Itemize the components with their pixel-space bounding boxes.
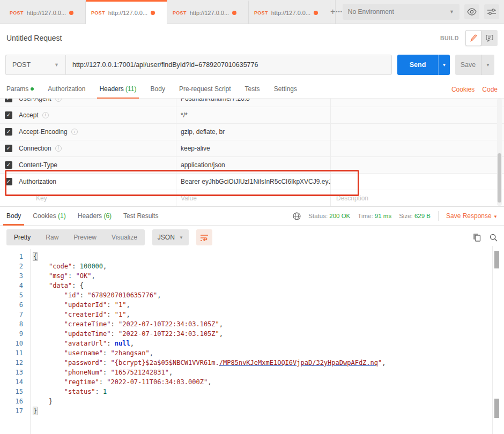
code-line: "createrId": "1", (33, 310, 386, 319)
comment-icon (486, 34, 493, 42)
response-tab-cookies[interactable]: Cookies (1) (33, 212, 65, 220)
header-checkbox[interactable]: ✓ (5, 161, 12, 169)
tab-method-label: POST (91, 10, 105, 16)
comment-mode-button[interactable] (481, 30, 498, 46)
header-value-cell[interactable]: PostmanRuntime/7.26.8 (176, 99, 331, 107)
code-link[interactable]: Code (482, 86, 498, 93)
view-mode-preview[interactable]: Preview (66, 229, 104, 245)
json-token: "2022-07-10T22:34:03.105Z" (118, 320, 219, 328)
view-mode-visualize[interactable]: Visualize (104, 229, 145, 245)
tab-url-label: http://127.0.0... (27, 10, 66, 16)
json-token: : (103, 359, 110, 366)
header-value-cell[interactable]: Bearer eyJhbGciOiJIUzI1NiIsInR5cCI6IkpXV… (176, 174, 331, 190)
json-token: , (103, 263, 107, 270)
editor-scrollbar-thumb[interactable] (494, 251, 499, 268)
method-label: POST (12, 61, 31, 69)
tab-tests[interactable]: Tests (245, 85, 260, 94)
response-tab-headers[interactable]: Headers (6) (78, 212, 112, 220)
header-key-cell[interactable]: Accepti (17, 107, 176, 123)
search-icon[interactable] (490, 234, 498, 242)
line-number: 7 (0, 310, 30, 319)
edit-mode-button[interactable] (465, 30, 481, 46)
environment-settings-button[interactable] (484, 4, 499, 19)
response-tab-body[interactable]: Body (6, 212, 21, 220)
header-checkbox[interactable]: ✓ (5, 145, 12, 152)
send-button[interactable]: Send (397, 55, 438, 75)
tab-authorization[interactable]: Authorization (48, 85, 85, 94)
header-value-cell[interactable]: application/json (176, 157, 331, 173)
json-token: "updaterId" (64, 301, 107, 309)
save-button[interactable]: Save (455, 55, 481, 75)
header-checkbox[interactable]: ✓ (5, 99, 12, 102)
send-options-button[interactable]: ▼ (438, 55, 450, 75)
view-mode-raw[interactable]: Raw (38, 229, 66, 245)
url-input[interactable] (65, 55, 392, 75)
view-actions (473, 233, 498, 242)
checkbox-cell: ✓ (0, 111, 17, 119)
view-mode-pretty[interactable]: Pretty (6, 229, 38, 245)
request-tab-3[interactable]: POSThttp://127.0.0... (167, 0, 249, 24)
wrap-text-button[interactable] (196, 229, 212, 245)
header-key-cell[interactable]: Authorization (17, 174, 176, 190)
method-selector[interactable]: POST ▼ (5, 55, 65, 75)
response-body-editor[interactable]: 1234567891011121314151617 { "code": 1000… (0, 249, 492, 434)
header-checkbox[interactable]: ✓ (5, 178, 12, 185)
page-scrollbar-thumb[interactable] (494, 399, 499, 418)
json-token: , (91, 272, 95, 280)
header-value-input[interactable]: Value (176, 190, 331, 206)
headers-scrollbar[interactable] (497, 99, 502, 206)
response-tab-count: (1) (56, 212, 66, 220)
save-response-button[interactable]: Save Response ▼ (446, 212, 498, 220)
tab-body[interactable]: Body (151, 85, 165, 94)
environment-selector[interactable]: No Environment ▼ (343, 4, 459, 20)
json-token: "OK" (76, 272, 91, 280)
code-line: "password": "{bcrypt}$2a$05$NBCW1VVR61m.… (33, 358, 386, 368)
chevron-down-icon: ▼ (179, 235, 183, 240)
time-badge: Time: 91 ms (358, 213, 391, 219)
chevron-down-icon: ▼ (54, 62, 59, 68)
header-checkbox[interactable]: ✓ (5, 111, 12, 119)
json-token: "1657521242831" (111, 369, 169, 376)
request-tab-2[interactable]: POSThttp://127.0.0... (86, 0, 167, 24)
save-options-button[interactable]: ▼ (481, 55, 494, 75)
headers-scrollbar-thumb[interactable] (498, 153, 501, 203)
line-number: 13 (0, 368, 30, 377)
tab-headers[interactable]: Headers (11) (99, 85, 136, 94)
header-value-cell[interactable]: keep-alive (176, 140, 331, 156)
header-row: ✓Accepti*/* (0, 107, 504, 124)
code-line: { (33, 252, 386, 261)
tab-options-button[interactable]: ••• (336, 0, 342, 24)
json-token: null (115, 340, 130, 347)
cookies-link[interactable]: Cookies (451, 86, 475, 93)
request-title[interactable]: Untitled Request (6, 34, 62, 42)
header-key-input[interactable]: Key (17, 190, 176, 206)
header-key-cell[interactable]: Accept-Encodingi (17, 124, 176, 140)
environment-quick-look-button[interactable] (464, 4, 479, 19)
response-tab-test-results[interactable]: Test Results (123, 212, 158, 220)
header-key-cell[interactable]: Content-Type (17, 157, 176, 173)
tab-settings[interactable]: Settings (274, 85, 297, 94)
header-value-cell[interactable]: gzip, deflate, br (176, 124, 331, 140)
new-tab-button[interactable]: + (330, 0, 336, 24)
json-token: , (126, 301, 130, 309)
request-tab-1[interactable]: POSThttp://127.0.0... (4, 0, 86, 24)
json-token: 1 (103, 388, 107, 395)
format-selector[interactable]: JSON ▼ (152, 229, 189, 245)
line-number: 1 (0, 252, 30, 261)
build-label: BUILD (440, 35, 459, 41)
copy-icon[interactable] (473, 233, 481, 242)
sliders-icon (487, 8, 496, 16)
json-token: } (33, 407, 37, 415)
header-row: ✓User-AgentiPostmanRuntime/7.26.8 (0, 99, 504, 107)
header-value-cell[interactable]: */* (176, 107, 331, 123)
header-key-cell[interactable]: Connectioni (17, 140, 176, 156)
tab-pre-request-script[interactable]: Pre-request Script (179, 85, 231, 94)
request-tab-4[interactable]: POSThttp://127.0.0... (249, 0, 330, 24)
tab-params[interactable]: Params (6, 85, 34, 94)
line-number-gutter: 1234567891011121314151617 (0, 249, 31, 434)
header-key-cell[interactable]: User-Agenti (17, 99, 176, 107)
header-row: ✓Accept-Encodingigzip, deflate, br (0, 124, 504, 140)
chevron-down-icon: ▼ (493, 214, 498, 219)
header-description-input[interactable]: Description (331, 194, 504, 202)
header-checkbox[interactable]: ✓ (5, 128, 12, 136)
